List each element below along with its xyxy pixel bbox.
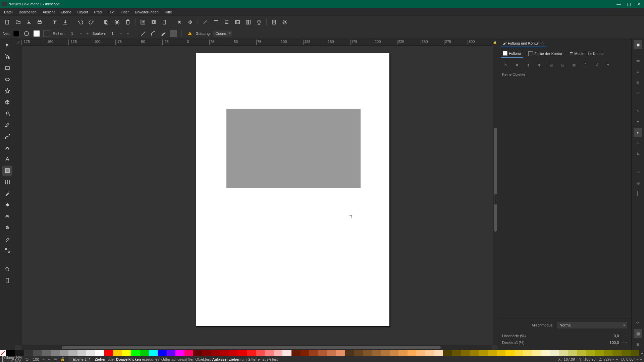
palette-color[interactable]	[577, 350, 586, 356]
maximize-button[interactable]: ▢	[627, 2, 631, 7]
redo-button[interactable]	[87, 17, 96, 27]
paint-mesh-icon[interactable]: ▩	[570, 61, 578, 69]
edit-fill-icon[interactable]	[33, 29, 41, 38]
calligraphy-tool[interactable]	[2, 143, 12, 153]
zoom-in-button[interactable]: +	[616, 357, 618, 361]
palette-color[interactable]	[550, 350, 559, 356]
rows-value[interactable]: 1	[67, 32, 77, 36]
palette-color[interactable]	[131, 350, 140, 356]
palette-color[interactable]	[211, 350, 220, 356]
grey-rectangle-shape[interactable]	[226, 109, 361, 188]
warning-icon[interactable]	[186, 29, 194, 38]
spiral-tool[interactable]	[2, 109, 12, 119]
palette-color[interactable]	[265, 350, 274, 356]
palette-color[interactable]	[604, 350, 613, 356]
palette-color[interactable]	[318, 350, 327, 356]
fill-corner-icon[interactable]	[169, 29, 177, 38]
palette-color[interactable]	[113, 350, 122, 356]
fill-tab[interactable]: Füllung	[501, 50, 523, 58]
rotation-dec-button[interactable]: −	[636, 357, 638, 361]
palette-color[interactable]	[631, 350, 640, 356]
palette-color[interactable]	[381, 350, 390, 356]
rows-spinner[interactable]: 1 − +	[67, 31, 90, 36]
dropper-tool[interactable]	[2, 188, 12, 198]
snap-smooth-icon[interactable]: ○	[634, 139, 642, 147]
palette-color[interactable]	[408, 350, 417, 356]
gradient-tool[interactable]	[2, 166, 12, 176]
snap-object-icon[interactable]: ⊟	[634, 340, 642, 349]
palette-color[interactable]	[60, 350, 69, 356]
star-tool[interactable]	[2, 86, 12, 96]
snap-guide-icon[interactable]: ┃	[634, 189, 642, 198]
palette-color[interactable]	[416, 350, 425, 356]
text-tool[interactable]	[2, 154, 12, 164]
status-fill-stroke[interactable]: Füllung: N/V Kontur: N/V	[2, 356, 22, 362]
layer-lock-icon[interactable]: 🔓	[60, 357, 65, 361]
palette-color[interactable]	[238, 350, 247, 356]
rectangle-tool[interactable]	[2, 63, 12, 73]
palette-color[interactable]	[291, 350, 301, 356]
palette-color[interactable]	[523, 350, 532, 356]
palette-color[interactable]	[586, 350, 595, 356]
minimize-button[interactable]: —	[616, 2, 621, 7]
pick-color-icon[interactable]	[159, 29, 167, 38]
palette-color[interactable]	[175, 350, 184, 356]
menu-filter[interactable]: Filter	[118, 9, 131, 15]
palette-color[interactable]	[568, 350, 577, 356]
palette-color[interactable]	[104, 350, 113, 356]
paint-swatch-icon[interactable]: ▤	[558, 61, 567, 69]
preferences-button[interactable]	[280, 17, 289, 27]
smoothing-select[interactable]: Coons	[213, 31, 232, 37]
edge-line-icon[interactable]	[139, 29, 147, 38]
rotation-inc-button[interactable]: +	[640, 357, 642, 361]
palette-color[interactable]	[247, 350, 256, 356]
connector-tool[interactable]	[2, 245, 12, 255]
snap-center-icon[interactable]: ⊙	[634, 88, 642, 97]
status-opacity-dec[interactable]: −	[43, 357, 45, 361]
palette-color[interactable]	[140, 350, 149, 356]
paint-unknown-icon[interactable]: ?	[581, 61, 589, 69]
snap-text-icon[interactable]: ▤	[634, 329, 642, 338]
visibility-icon[interactable]: 👁	[53, 357, 57, 361]
paint-radial-icon[interactable]: ◉	[536, 61, 544, 69]
menu-layer[interactable]: Ebene	[58, 9, 74, 15]
xml-button[interactable]	[233, 17, 242, 27]
menu-edit[interactable]: Bearbeiten	[16, 9, 39, 15]
menu-file[interactable]: Datei	[1, 9, 15, 15]
zoom-page-button[interactable]	[160, 17, 169, 27]
snap-master-icon[interactable]: ▣	[634, 40, 642, 49]
spray-tool[interactable]	[2, 223, 12, 233]
palette-color[interactable]	[309, 350, 318, 356]
zoom-selection-button[interactable]	[138, 17, 148, 27]
palette-color[interactable]	[515, 350, 524, 356]
palette-color[interactable]	[122, 350, 131, 356]
rotation-value[interactable]: 0,00°	[626, 357, 635, 361]
palette-color[interactable]	[612, 350, 622, 356]
panel-close-button[interactable]: ✕	[541, 41, 544, 45]
palette-color[interactable]	[622, 350, 631, 356]
palette-color[interactable]	[51, 350, 60, 356]
palette-color[interactable]	[220, 350, 229, 356]
ruler-horizontal[interactable]: -175-150-125-100-75-50-25025507510012515…	[21, 39, 492, 46]
paintbucket-tool[interactable]	[2, 200, 12, 210]
menu-object[interactable]: Objekt	[75, 9, 91, 15]
group-button[interactable]	[201, 17, 210, 27]
palette-color[interactable]	[327, 350, 336, 356]
snap-bbox-icon[interactable]: ▭	[634, 56, 642, 65]
palette-menu-button[interactable]: ◂	[639, 350, 644, 356]
close-button[interactable]: ✕	[637, 2, 641, 7]
cols-value[interactable]: 1	[108, 32, 117, 36]
paint-inherit-icon[interactable]: ♥	[604, 61, 612, 69]
palette-color[interactable]	[372, 350, 381, 356]
mesh-rect-icon[interactable]	[12, 29, 20, 38]
palette-color[interactable]	[274, 350, 283, 356]
clone-button[interactable]	[185, 17, 195, 27]
menu-text[interactable]: Text	[105, 9, 117, 15]
snap-grid-icon[interactable]: ▦	[634, 178, 642, 187]
opacity-inc[interactable]: +	[625, 341, 627, 345]
selectors-button[interactable]	[244, 17, 253, 27]
snap-cusp-icon[interactable]: ▸	[634, 128, 642, 137]
palette-color[interactable]	[354, 350, 363, 356]
palette-color[interactable]	[256, 350, 265, 356]
blur-value[interactable]: 0,0	[605, 334, 619, 338]
